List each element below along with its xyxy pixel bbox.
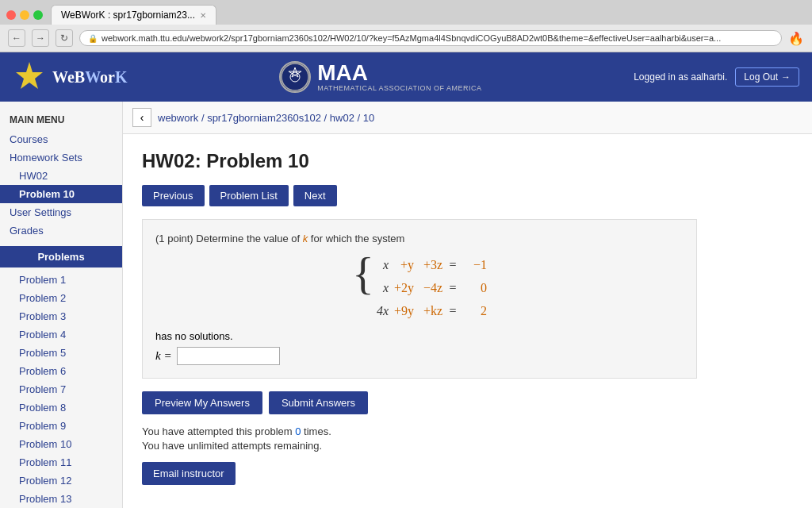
sidebar-problem-3[interactable]: Problem 3 [0, 307, 122, 325]
problem-content: HW02: Problem 10 Previous Problem List N… [123, 134, 812, 501]
sidebar-problem-7[interactable]: Problem 7 [0, 380, 122, 398]
sidebar-item-problem-10[interactable]: Problem 10 [0, 185, 122, 203]
brace-icon: { [352, 251, 374, 297]
sidebar-item-homework-sets[interactable]: Homework Sets [0, 148, 122, 167]
k-answer-input[interactable] [177, 347, 280, 365]
address-bar[interactable]: 🔒 webwork.math.ttu.edu/webwork2/spr17gbo… [79, 30, 782, 46]
traffic-lights [6, 10, 43, 20]
equation-row-3: 4x +9y +kz = 2 [366, 300, 487, 323]
sidebar-problem-12[interactable]: Problem 12 [0, 471, 122, 490]
browser-tab[interactable]: WeBWorK : spr17gborniam23... ✕ [51, 5, 216, 25]
refresh-button[interactable]: ↻ [56, 29, 73, 47]
sidebar-problem-13[interactable]: Problem 13 [0, 490, 122, 508]
close-window-btn[interactable] [6, 10, 16, 20]
maa-emblem [279, 61, 311, 93]
app-header: WeBWorK MAA MATHEMATICAL ASSOCIATION OF … [0, 52, 812, 102]
sidebar-problem-8[interactable]: Problem 8 [0, 398, 122, 417]
sidebar-problem-9[interactable]: Problem 9 [0, 417, 122, 435]
sidebar-problem-10[interactable]: Problem 10 [0, 435, 122, 453]
maa-acronym: MAA [317, 62, 481, 84]
sidebar-problem-1[interactable]: Problem 1 [0, 271, 122, 289]
maa-logo: MAA MATHEMATICAL ASSOCIATION OF AMERICA [279, 61, 481, 93]
back-button[interactable]: ← [8, 29, 25, 47]
equation-row-1: x +y +3z = −1 [366, 254, 487, 277]
sidebar-problem-5[interactable]: Problem 5 [0, 344, 122, 362]
logged-in-label: Logged in as aalharbi. [634, 71, 727, 83]
attempt-line-2: You have unlimited attempts remaining. [142, 440, 793, 452]
maa-full-name: MATHEMATICAL ASSOCIATION OF AMERICA [317, 84, 481, 92]
logout-button[interactable]: Log Out → [735, 67, 799, 87]
breadcrumb-bar: ‹ webwork / spr17gborniam2360s102 / hw02… [123, 102, 812, 134]
sidebar-item-courses[interactable]: Courses [0, 130, 122, 148]
previous-button[interactable]: Previous [142, 185, 205, 206]
webwork-title: WeBWorK [52, 68, 127, 87]
main-container: MAIN MENU Courses Homework Sets HW02 Pro… [0, 102, 812, 508]
tab-bar: WeBWorK : spr17gborniam23... ✕ [0, 0, 812, 25]
sidebar-problem-11[interactable]: Problem 11 [0, 453, 122, 471]
sidebar-item-hw02[interactable]: HW02 [0, 167, 122, 185]
email-instructor-button[interactable]: Email instructor [142, 462, 236, 485]
maa-text: MAA MATHEMATICAL ASSOCIATION OF AMERICA [317, 62, 481, 92]
header-right: Logged in as aalharbi. Log Out → [634, 67, 799, 87]
breadcrumb-back-button[interactable]: ‹ [132, 108, 151, 127]
problem-links-container: Problem 1Problem 2Problem 3Problem 4Prob… [0, 271, 122, 508]
content-area: ‹ webwork / spr17gborniam2360s102 / hw02… [123, 102, 812, 508]
minimize-window-btn[interactable] [20, 10, 29, 20]
url-text: webwork.math.ttu.edu/webwork2/spr17gborn… [102, 33, 721, 43]
preview-button[interactable]: Preview My Answers [142, 391, 262, 414]
tab-close-icon[interactable]: ✕ [200, 11, 206, 20]
problem-title: HW02: Problem 10 [142, 150, 793, 172]
k-label: k = [155, 349, 172, 363]
sidebar: MAIN MENU Courses Homework Sets HW02 Pro… [0, 102, 123, 508]
sidebar-problem-6[interactable]: Problem 6 [0, 362, 122, 380]
svg-marker-0 [16, 62, 43, 89]
equation-system: { x +y +3z = −1 x +2y −4z = [155, 254, 684, 322]
sidebar-item-user-settings[interactable]: User Settings [0, 203, 122, 221]
lock-icon: 🔒 [88, 34, 98, 43]
tab-title: WeBWorK : spr17gborniam23... [61, 10, 195, 21]
submit-button[interactable]: Submit Answers [269, 391, 368, 414]
firefox-icon: 🔥 [788, 31, 804, 46]
action-buttons: Previous Problem List Next [142, 185, 793, 206]
app-logo: WeBWorK [13, 60, 127, 94]
forward-button[interactable]: → [32, 29, 49, 47]
sidebar-problem-2[interactable]: Problem 2 [0, 289, 122, 307]
submit-buttons: Preview My Answers Submit Answers [142, 391, 793, 414]
breadcrumb-path: webwork / spr17gborniam2360s102 / hw02 /… [158, 112, 374, 124]
equation-row-2: x +2y −4z = 0 [366, 277, 487, 300]
sidebar-problem-4[interactable]: Problem 4 [0, 325, 122, 344]
main-menu-title: MAIN MENU [0, 110, 122, 130]
k-input-row: k = [155, 347, 684, 365]
problem-list-button[interactable]: Problem List [209, 185, 289, 206]
sidebar-item-grades[interactable]: Grades [0, 221, 122, 240]
attempt-line-1: You have attempted this problem 0 times. [142, 425, 793, 437]
maximize-window-btn[interactable] [33, 10, 43, 20]
browser-nav-bar: ← → ↻ 🔒 webwork.math.ttu.edu/webwork2/sp… [0, 25, 812, 52]
problem-box: (1 point) Determine the value of k for w… [142, 219, 697, 379]
problem-statement: (1 point) Determine the value of k for w… [155, 233, 684, 244]
next-button[interactable]: Next [293, 185, 337, 206]
solution-line: has no solutions. [155, 330, 684, 342]
browser-chrome: WeBWorK : spr17gborniam23... ✕ ← → ↻ 🔒 w… [0, 0, 812, 52]
problems-section-title: Problems [0, 246, 122, 267]
webwork-star-logo [13, 60, 46, 94]
logout-arrow-icon: → [781, 71, 791, 83]
